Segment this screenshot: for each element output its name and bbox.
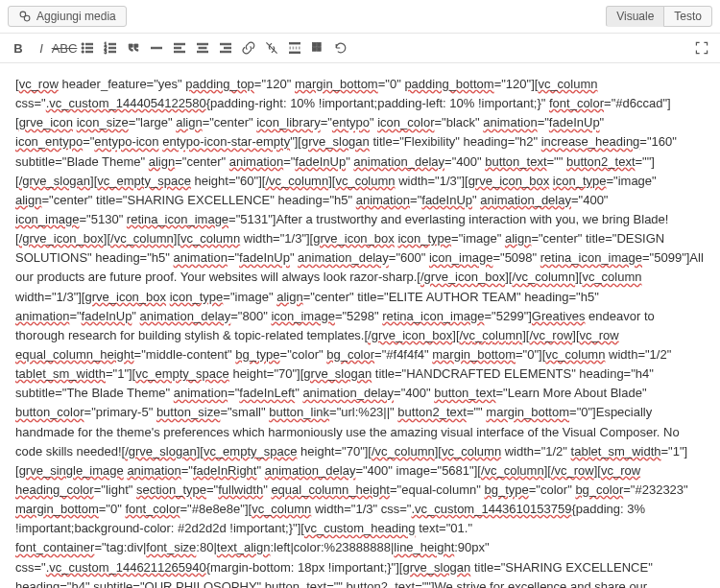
italic-button[interactable]: I [31, 37, 52, 59]
svg-rect-20 [197, 51, 207, 53]
svg-rect-22 [224, 47, 230, 49]
svg-rect-26 [289, 52, 300, 54]
svg-rect-3 [85, 43, 92, 45]
editor-toolbar: B I ABC 123 [8, 37, 351, 59]
fullscreen-button[interactable] [691, 37, 712, 59]
svg-text:3: 3 [105, 50, 108, 55]
media-icon [18, 10, 32, 23]
toolbar-toggle-button[interactable] [307, 37, 328, 59]
svg-rect-15 [174, 43, 184, 45]
editor-mode-tabs: Visuale Testo [606, 6, 712, 27]
svg-point-4 [82, 47, 84, 49]
svg-rect-21 [220, 43, 230, 45]
align-right-button[interactable] [215, 37, 236, 59]
numbered-list-button[interactable]: 123 [100, 37, 121, 59]
svg-rect-18 [197, 43, 207, 45]
svg-rect-5 [85, 47, 92, 49]
svg-rect-17 [174, 51, 184, 53]
svg-rect-23 [220, 51, 230, 53]
svg-rect-24 [289, 42, 300, 44]
hr-button[interactable] [146, 37, 167, 59]
link-button[interactable] [238, 37, 259, 59]
svg-rect-27 [312, 42, 316, 46]
align-left-button[interactable] [169, 37, 190, 59]
svg-rect-11 [108, 47, 115, 49]
editor-text: [vc_row header_feature="yes" padding_top… [15, 77, 704, 588]
svg-rect-25 [289, 47, 300, 49]
strikethrough-button[interactable]: ABC [54, 37, 75, 59]
add-media-button[interactable]: Aggiungi media [8, 6, 127, 27]
refresh-button[interactable] [330, 37, 351, 59]
svg-point-1 [24, 15, 30, 21]
svg-rect-7 [85, 51, 92, 53]
svg-rect-13 [108, 51, 115, 53]
svg-point-6 [82, 51, 84, 53]
unlink-button[interactable] [261, 37, 282, 59]
svg-rect-16 [174, 47, 180, 49]
svg-rect-14 [151, 47, 161, 49]
blockquote-button[interactable] [123, 37, 144, 59]
svg-point-2 [82, 43, 84, 45]
tab-visual[interactable]: Visuale [606, 6, 664, 27]
editor-content[interactable]: [vc_row header_feature="yes" padding_top… [0, 63, 720, 588]
bullet-list-button[interactable] [77, 37, 98, 59]
tab-text[interactable]: Testo [663, 6, 712, 27]
add-media-label: Aggiungi media [36, 10, 116, 23]
svg-rect-28 [317, 42, 321, 46]
svg-rect-29 [312, 47, 316, 51]
bold-button[interactable]: B [8, 37, 29, 59]
svg-rect-30 [317, 47, 321, 51]
svg-rect-19 [199, 47, 206, 49]
align-center-button[interactable] [192, 37, 213, 59]
svg-rect-9 [108, 43, 115, 45]
readmore-button[interactable] [284, 37, 305, 59]
